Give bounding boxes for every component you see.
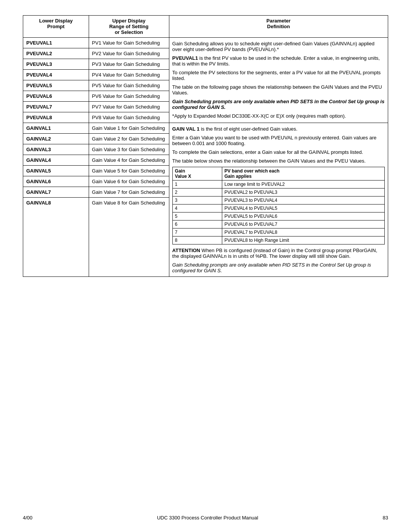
table-row: Gain Value 5 for Gain Scheduling xyxy=(89,166,169,176)
pveuval1-lower: PVEUVAL1 xyxy=(23,38,89,48)
gainval8-upper: Gain Value 8 for Gain Scheduling xyxy=(89,198,169,208)
table-row: GAINVAL1 xyxy=(23,123,89,134)
table-row: GAINVAL3 xyxy=(23,144,89,155)
attention-bold: ATTENTION xyxy=(172,248,200,253)
table-row: GainValue X PV band over which eachGain … xyxy=(172,167,384,181)
table-row: PV3 Value for Gain Scheduling xyxy=(89,59,169,70)
pveuval7-upper: PV7 Value for Gain Scheduling xyxy=(89,102,169,112)
gainval5-upper: Gain Value 5 for Gain Scheduling xyxy=(89,166,169,176)
pveuval6-upper: PV6 Value for Gain Scheduling xyxy=(89,91,169,102)
attention-rest: When PB is configured (instead of Gain) … xyxy=(172,248,378,259)
table-row: PVEUVAL8 xyxy=(23,112,89,123)
table-row: PV8 Value for Gain Scheduling xyxy=(89,112,169,123)
gainval3-lower: GAINVAL3 xyxy=(23,144,89,155)
pveuval4-upper: PV4 Value for Gain Scheduling xyxy=(89,70,169,80)
gainval-para1: GAIN VAL 1 is the first of eight user-de… xyxy=(172,126,385,132)
table-row: PV2 Value for Gain Scheduling xyxy=(89,48,169,59)
pveuval7-lower: PVEUVAL7 xyxy=(23,102,89,112)
gainval-param-col: GAIN VAL 1 is the first of eight user-de… xyxy=(169,123,388,277)
gainval-italic: Gain Scheduling prompts are only availab… xyxy=(172,262,385,273)
table-row: Gain Value 2 for Gain Scheduling xyxy=(89,134,169,144)
table-row: PVEUVAL7 xyxy=(23,102,89,112)
table-row: Gain Value 6 for Gain Scheduling xyxy=(89,176,169,187)
table-row: Gain Value 1 for Gain Scheduling xyxy=(89,123,169,134)
gainval3-upper: Gain Value 3 for Gain Scheduling xyxy=(89,144,169,155)
pveuval-param-col: Gain Scheduling allows you to schedule e… xyxy=(169,38,388,123)
table-row: 7 PVUEVAL7 to PVEUVAL8 xyxy=(172,228,384,236)
table-row: GAINVAL8 xyxy=(23,198,89,208)
pveuval1-upper: PV1 Value for Gain Scheduling xyxy=(89,38,169,48)
pveuval-para5-italic: Gain Scheduling prompts are only availab… xyxy=(172,99,385,110)
header-param: ParameterDefinition xyxy=(169,16,388,38)
table-row: Gain Value 4 for Gain Scheduling xyxy=(89,155,169,166)
pveuval8-upper: PV8 Value for Gain Scheduling xyxy=(89,112,169,123)
table-row: 6 PVUEVAL6 to PVEUVAL7 xyxy=(172,220,384,228)
pveuval2-lower: PVEUVAL2 xyxy=(23,48,89,59)
inner-row3-band: PVUEVAL3 to PVEUVAL4 xyxy=(222,197,384,204)
gainval7-upper: Gain Value 7 for Gain Scheduling xyxy=(89,187,169,198)
table-row: 2 PVUEVAL2 to PVEUVAL3 xyxy=(172,189,384,197)
gainval1-bold-label: GAIN VAL 1 xyxy=(172,126,200,132)
inner-row4-val: 4 xyxy=(172,204,222,212)
gainval-lower-col: GAINVAL1 GAINVAL2 GAINVAL3 GAINVAL4 GAIN xyxy=(23,123,89,277)
table-row: Gain Value 8 for Gain Scheduling xyxy=(89,198,169,208)
gainval-para2: Enter a Gain Value you want to be used w… xyxy=(172,135,385,146)
pveuval5-upper: PV5 Value for Gain Scheduling xyxy=(89,80,169,91)
pveuval8-lower: PVEUVAL8 xyxy=(23,112,89,123)
table-row: GAINVAL2 xyxy=(23,134,89,144)
gainval4-lower: GAINVAL4 xyxy=(23,155,89,166)
inner-row2-band: PVUEVAL2 to PVEUVAL3 xyxy=(222,189,384,197)
inner-row5-band: PVUEVAL5 to PVEUVAL6 xyxy=(222,212,384,220)
gainval1-lower: GAINVAL1 xyxy=(23,123,89,134)
table-row: PVEUVAL6 xyxy=(23,91,89,102)
pveuval-lower-col: PVEUVAL1 PVEUVAL2 PVEUVAL3 PVEUVAL4 PVEU xyxy=(23,38,89,123)
inner-row4-band: PVUEVAL4 to PVEUVAL5 xyxy=(222,204,384,212)
inner-row7-val: 7 xyxy=(172,228,222,236)
table-row: PV4 Value for Gain Scheduling xyxy=(89,70,169,80)
pveuval-para1: Gain Scheduling allows you to schedule e… xyxy=(172,41,385,52)
gainval-para1-rest: is the first of eight user-defined Gain … xyxy=(199,126,297,132)
pveuval-section-row: PVEUVAL1 PVEUVAL2 PVEUVAL3 PVEUVAL4 PVEU xyxy=(23,38,388,123)
gainval6-upper: Gain Value 6 for Gain Scheduling xyxy=(89,176,169,187)
gainval5-lower: GAINVAL5 xyxy=(23,166,89,176)
gainval-para3: To complete the Gain selections, enter a… xyxy=(172,149,385,155)
gainval-upper-col: Gain Value 1 for Gain Scheduling Gain Va… xyxy=(89,123,169,277)
table-row: Gain Value 3 for Gain Scheduling xyxy=(89,144,169,155)
gainval-para4: The table below shows the relationship b… xyxy=(172,158,385,164)
table-row: 4 PVUEVAL4 to PVEUVAL5 xyxy=(172,204,384,212)
footer-left: 4/00 xyxy=(23,515,32,521)
footer-right: 83 xyxy=(383,515,388,521)
inner-row1-band: Low range limit to PVEUVAL2 xyxy=(222,181,384,189)
table-row: GAINVAL5 xyxy=(23,166,89,176)
inner-row8-band: PVUEVAL8 to High Range Limit xyxy=(222,236,384,244)
header-upper: Upper DisplayRange of Settingor Selectio… xyxy=(89,16,169,38)
pveuval1-bold-label: PVEUVAL1 xyxy=(172,55,198,61)
gainval-section-row: GAINVAL1 GAINVAL2 GAINVAL3 GAINVAL4 GAIN xyxy=(23,123,388,277)
pveuval-upper-col: PV1 Value for Gain Scheduling PV2 Value … xyxy=(89,38,169,123)
gainval4-upper: Gain Value 4 for Gain Scheduling xyxy=(89,155,169,166)
inner-col1-header: GainValue X xyxy=(172,167,222,181)
table-row: PV5 Value for Gain Scheduling xyxy=(89,80,169,91)
inner-row3-val: 3 xyxy=(172,197,222,204)
table-row: 1 Low range limit to PVEUVAL2 xyxy=(172,181,384,189)
inner-row1-val: 1 xyxy=(172,181,222,189)
inner-row8-val: 8 xyxy=(172,236,222,244)
header-lower: Lower DisplayPrompt xyxy=(23,16,89,38)
footer: 4/00 UDC 3300 Process Controller Product… xyxy=(0,515,411,521)
pveuval-para4: The table on the following page shows th… xyxy=(172,84,385,96)
footer-center: UDC 3300 Process Controller Product Manu… xyxy=(157,515,258,521)
pveuval5-lower: PVEUVAL5 xyxy=(23,80,89,91)
pveuval-para5: Gain Scheduling prompts are only availab… xyxy=(172,99,385,110)
gainval-italic-text: Gain Scheduling prompts are only availab… xyxy=(172,262,371,273)
table-row: PVEUVAL2 xyxy=(23,48,89,59)
table-row: 5 PVUEVAL5 to PVEUVAL6 xyxy=(172,212,384,220)
pveuval-para2-rest: is the first PV value to be used in the … xyxy=(172,55,380,67)
table-row: PV1 Value for Gain Scheduling xyxy=(89,38,169,48)
page: Lower DisplayPrompt Upper DisplayRange o… xyxy=(0,0,411,532)
pveuval4-lower: PVEUVAL4 xyxy=(23,70,89,80)
gainval2-lower: GAINVAL2 xyxy=(23,134,89,144)
pveuval-para2: PVEUVAL1 is the first PV value to be use… xyxy=(172,55,385,67)
table-row: PVEUVAL1 xyxy=(23,38,89,48)
table-row: 3 PVUEVAL3 to PVEUVAL4 xyxy=(172,197,384,204)
pveuval6-lower: PVEUVAL6 xyxy=(23,91,89,102)
